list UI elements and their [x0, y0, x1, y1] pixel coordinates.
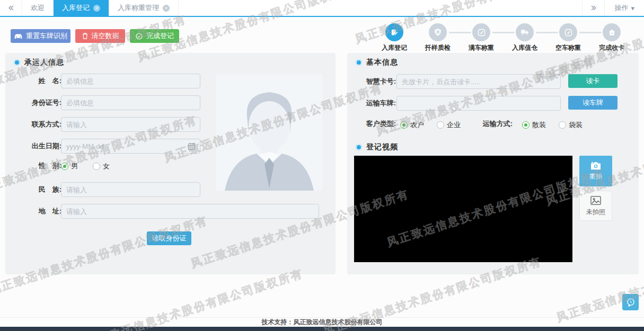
basic-info-panel: 基本信息 智慧卡号: 读卡 运输车牌: 读车牌 客户类型: 农户 企业 运输方式… [347, 53, 639, 274]
bottom-bar [0, 327, 644, 331]
radio-company[interactable] [437, 121, 444, 129]
transport-mode-radio-group: 散装 袋装 [522, 120, 583, 130]
tab-bar: 欢迎 入库登记 × 入库称重管理 × 操作 ▾ [0, 0, 644, 17]
quality-shield-icon: 质 [429, 23, 447, 41]
read-id-card-button[interactable]: 读取身份证 [147, 231, 191, 245]
svg-text:质: 质 [435, 30, 440, 34]
tabs-scroll-right-icon[interactable] [582, 0, 604, 16]
tab-label: 入库登记 [62, 3, 90, 13]
radio-bagged-label[interactable]: 袋装 [569, 120, 583, 130]
section-bullet-icon [14, 59, 20, 66]
edit-document-icon [385, 23, 403, 41]
tab-entry-register[interactable]: 入库登记 × [54, 0, 109, 16]
gauge-icon [472, 23, 490, 41]
step-storage-bin: 入库值仓 [503, 23, 546, 52]
plate-label: 运输车牌: [358, 96, 396, 111]
tabs-scroll-left-icon[interactable] [0, 0, 22, 16]
section-title: 基本信息 [366, 58, 398, 67]
reset-plate-recognition-button[interactable]: 重置车牌识别 [11, 29, 70, 43]
contact-label: 联系方式: [24, 117, 61, 132]
section-bullet-icon [356, 59, 362, 66]
calendar-icon[interactable] [188, 142, 196, 150]
picture-icon [590, 195, 602, 205]
gauge-icon [559, 23, 577, 41]
tab-label: 入库称重管理 [118, 3, 159, 13]
trash-icon [82, 32, 89, 40]
transport-mode-label: 运输方式: [470, 119, 513, 129]
gender-label: 性 别: [24, 158, 61, 173]
contact-input[interactable] [61, 117, 200, 132]
tab-weighing-management[interactable]: 入库称重管理 × [109, 0, 179, 16]
step-entry-register: 入库登记 [373, 23, 416, 52]
car-icon [14, 32, 23, 40]
button-label: 清空数据 [92, 31, 119, 41]
truck-icon [516, 23, 534, 41]
button-label: 读卡 [586, 76, 600, 86]
tab-welcome[interactable]: 欢迎 [22, 0, 54, 16]
read-plate-button[interactable]: 读车牌 [568, 96, 617, 110]
step-finish-card-collect: 完成收卡 [590, 23, 633, 52]
button-label: 读车牌 [583, 98, 603, 108]
ethnicity-input[interactable] [61, 182, 200, 197]
radio-farmer-label[interactable]: 农户 [410, 120, 424, 130]
section-title: 登记视频 [366, 142, 398, 152]
radio-bagged[interactable] [559, 121, 566, 129]
finish-register-button[interactable]: 完成登记 [130, 29, 179, 43]
radio-bulk[interactable] [522, 121, 530, 129]
check-circle-icon [135, 32, 143, 40]
retake-photo-button[interactable]: 重拍 [579, 156, 612, 186]
process-stepper: 入库登记 质 扦样质检 满车称重 入库值仓 [373, 23, 633, 52]
radio-male-label[interactable]: 男 [71, 162, 78, 171]
radio-female-label[interactable]: 女 [103, 162, 110, 171]
chat-bubble-icon [625, 297, 636, 308]
no-photo-placeholder: 未拍照 [579, 191, 612, 221]
button-label: 完成登记 [146, 31, 174, 41]
smart-card-label: 智慧卡号: [358, 74, 396, 89]
person-avatar-icon [216, 74, 322, 191]
section-bullet-icon [356, 144, 362, 150]
button-label: 读取身份证 [152, 234, 187, 243]
operations-label: 操作 [614, 3, 628, 13]
section-title: 承运人信息 [24, 58, 64, 67]
step-full-truck-weighing: 满车称重 [460, 23, 503, 52]
button-label: 重置车牌识别 [26, 31, 67, 41]
smart-card-input[interactable] [396, 74, 561, 89]
close-tab-icon[interactable]: × [93, 5, 100, 12]
id-number-label: 身份证号: [24, 95, 61, 110]
name-input[interactable] [61, 74, 200, 88]
id-number-input[interactable] [61, 95, 200, 110]
ethnicity-label: 民 族: [24, 182, 61, 197]
camera-icon [590, 161, 602, 171]
clear-data-button[interactable]: 清空数据 [75, 29, 125, 43]
gender-radio-group: 男 女 [61, 162, 110, 171]
support-text: 技术支持：风正致远信息技术股份有限公司 [262, 318, 383, 327]
plate-input[interactable] [396, 96, 561, 111]
address-input[interactable] [61, 204, 319, 219]
close-tab-icon[interactable]: × [163, 5, 170, 12]
footer: 技术支持：风正致远信息技术股份有限公司 [0, 317, 644, 327]
radio-farmer[interactable] [400, 121, 408, 129]
button-label: 重拍 [589, 172, 602, 181]
radio-male[interactable] [61, 163, 68, 170]
chevron-down-icon: ▾ [631, 4, 634, 12]
register-video-feed [354, 156, 572, 262]
step-empty-truck-weighing: 空车称重 [546, 23, 590, 52]
address-label: 地 址: [24, 204, 61, 219]
read-card-button[interactable]: 读卡 [568, 74, 617, 88]
birth-date-label: 出生日期: [24, 139, 61, 154]
radio-company-label[interactable]: 企业 [447, 120, 461, 130]
name-label: 姓 名: [24, 74, 61, 88]
radio-bulk-label[interactable]: 散装 [532, 120, 546, 130]
id-photo-placeholder [216, 74, 322, 191]
carrier-info-panel: 承运人信息 姓 名: 身份证号: 联系方式: 出生日期: 性 别: 男 女 民 … [5, 53, 336, 274]
radio-female[interactable] [93, 163, 100, 170]
step-sampling-inspection: 质 扦样质检 [416, 23, 460, 52]
customer-type-label: 客户类型: [358, 119, 396, 129]
operations-dropdown[interactable]: 操作 ▾ [604, 0, 644, 16]
birth-date-input[interactable] [61, 139, 200, 154]
home-return-icon [603, 23, 621, 41]
service-float-button[interactable] [622, 294, 639, 310]
tab-label: 欢迎 [31, 3, 45, 13]
customer-type-radio-group: 农户 企业 [400, 120, 461, 130]
status-label: 未拍照 [586, 208, 605, 217]
